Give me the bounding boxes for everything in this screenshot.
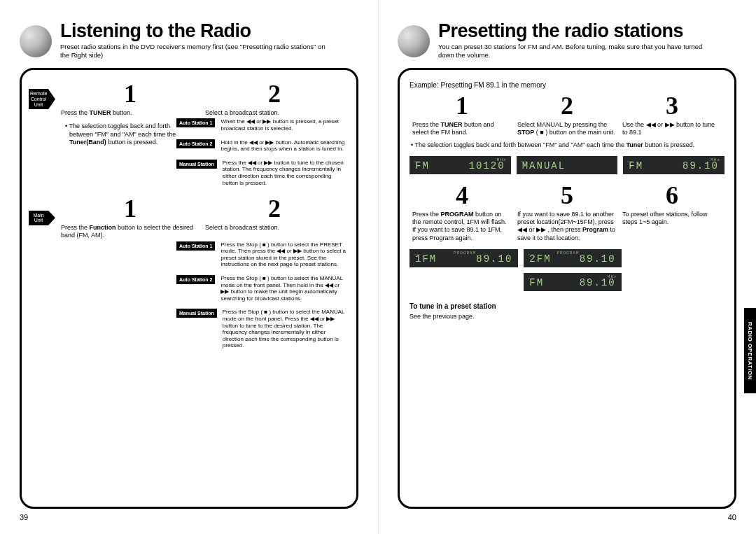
main-mini-table: Auto Station 1Press the Stop ( ■ ) butto… [176, 241, 346, 349]
page-divider [378, 0, 379, 534]
remote-row: Remote Control Unit 1 Press the TUNER bu… [31, 81, 346, 117]
title-right: Presetting the radio stations [438, 21, 711, 41]
main-row: Main Unit 1 Press the Function button to… [31, 196, 346, 240]
right-bullet: • The selection toggles back and forth b… [411, 141, 724, 149]
display-fm-891: ⎯⎯FM89.10MHz [623, 156, 724, 174]
steps-row-2: 4 Press the PROGRAM button on the remote… [410, 183, 724, 242]
display-1fm: ⎯⎯PROGRAM1FM89.10 [410, 249, 518, 267]
frame-right: Example: Presetting FM 89.1 in the memor… [398, 68, 736, 509]
display-row-1: ⎯⎯FM10120MHz ⎯⎯MANUAL ⎯⎯FM89.10MHz [410, 156, 724, 174]
remote-step2-num: 2 [268, 81, 281, 106]
header-right: Presetting the radio stations You can pr… [398, 21, 736, 59]
step2-text: Select MANUAL by pressing the STOP ( ■ )… [517, 121, 617, 137]
bullet-sphere-icon [20, 25, 52, 57]
page-left: Listening to the Radio Preset radio stat… [0, 0, 378, 534]
display-2fm: ⎯⎯PROGRAM2FM89.10 [524, 249, 621, 267]
step6-num: 6 [666, 183, 678, 208]
tune-header: To tune in a preset station [410, 302, 724, 310]
step4-text: Press the PROGRAM button on the remote c… [412, 211, 512, 242]
step3-text: Use the ◀◀ or ▶▶ button to tune to 89.1 [622, 121, 722, 137]
step1-text: Press the TUNER button and select the FM… [412, 121, 512, 137]
main-step2-text: Select a broadcast station. [205, 224, 344, 232]
tune-text: See the previous page. [410, 313, 724, 320]
title-left: Listening to the Radio [60, 21, 333, 41]
step5-num: 5 [561, 183, 573, 208]
frame-left: Remote Control Unit 1 Press the TUNER bu… [20, 68, 358, 509]
step1-num: 1 [456, 93, 468, 118]
main-step2-num: 2 [268, 196, 281, 221]
remote-step1-text: Press the TUNER button. [61, 109, 200, 117]
table-row: Auto Station 2Press the Stop ( ■ ) butto… [176, 275, 346, 302]
table-row: Auto Station 1Press the Stop ( ■ ) butto… [176, 241, 346, 268]
table-row: Manual StationPress the ◀◀ or ▶▶ button … [176, 160, 346, 186]
main-step1-text: Press the Function button to select the … [61, 224, 200, 240]
display-manual: ⎯⎯MANUAL [517, 156, 618, 174]
remote-label: Remote Control Unit [29, 89, 48, 109]
side-tab: RADIO OPERATION [744, 308, 756, 393]
display-row-2: ⎯⎯PROGRAM1FM89.10 ⎯⎯PROGRAM2FM89.10 ⎯⎯FM… [410, 249, 724, 291]
remote-step2-text: Select a broadcast station. [205, 109, 344, 117]
main-label: Main Unit [29, 211, 48, 225]
page-num-left: 39 [20, 513, 358, 521]
intro-right: You can preset 30 stations for FM and AM… [438, 43, 711, 59]
display-fm-freq: ⎯⎯FM10120MHz [410, 156, 511, 174]
intro-left: Preset radio stations in the DVD receive… [60, 43, 333, 59]
header-left: Listening to the Radio Preset radio stat… [20, 21, 358, 59]
step5-text: If you want to save 89.1 to another pres… [517, 211, 617, 242]
table-row: Auto Station 2Hold in the ◀◀ or ▶▶ butto… [176, 139, 346, 153]
step4-num: 4 [456, 183, 468, 208]
step6-text: To preset other stations, follow steps 1… [622, 211, 722, 227]
remote-mini-table: Auto Station 1When the ◀◀ or ▶▶ button i… [176, 118, 346, 186]
step3-num: 3 [666, 93, 678, 118]
step2-num: 2 [561, 93, 573, 118]
table-row: Auto Station 1When the ◀◀ or ▶▶ button i… [176, 118, 346, 132]
table-row: Manual StationPress the Stop ( ■ ) butto… [176, 309, 346, 349]
display-fm-final: ⎯⎯FM89.10MHz [524, 273, 621, 291]
steps-row-1: 1 Press the TUNER button and select the … [410, 93, 724, 137]
page-right: Presetting the radio stations You can pr… [378, 0, 756, 534]
remote-bullet: • The selection toggles back and forth b… [65, 122, 176, 146]
page-num-right: 40 [398, 513, 736, 521]
remote-step1-num: 1 [124, 81, 136, 106]
example-text: Example: Presetting FM 89.1 in the memor… [410, 81, 724, 89]
bullet-sphere-icon [398, 25, 430, 57]
main-step1-num: 1 [124, 196, 136, 221]
